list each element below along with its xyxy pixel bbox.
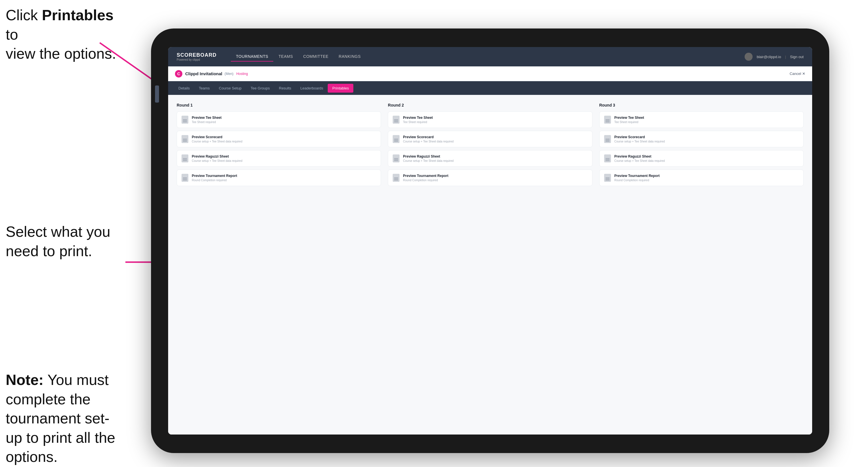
tablet-frame: SCOREBOARD Powered by clippd TOURNAMENTS… <box>151 29 829 453</box>
tee-sheet-info-r1: Preview Tee Sheet Tee Sheet required <box>192 116 376 124</box>
tournament-badge: (Men) <box>224 72 234 76</box>
tee-sheet-icon-r1 <box>182 116 188 124</box>
round-2-section: Round 2 Preview Tee Sheet Tee Sheet requ… <box>388 103 592 189</box>
scorecard-subtitle-r2: Course setup + Tee Sheet data required <box>403 140 587 143</box>
raguzzi-subtitle-r1: Course setup + Tee Sheet data required <box>192 159 376 162</box>
top-navigation: SCOREBOARD Powered by clippd TOURNAMENTS… <box>168 47 812 66</box>
instruction-top-text: Click Printables toview the options. <box>6 7 116 62</box>
nav-links: TOURNAMENTS TEAMS COMMITTEE RANKINGS <box>231 52 745 62</box>
scorecard-title-r2: Preview Scorecard <box>403 135 587 139</box>
raguzzi-title-r2: Preview Raguzzi Sheet <box>403 154 587 158</box>
brand-title: SCOREBOARD <box>177 52 217 58</box>
main-content: Round 1 Preview Tee Sheet Tee Sheet requ… <box>168 95 812 435</box>
rounds-grid: Round 1 Preview Tee Sheet Tee Sheet requ… <box>177 103 804 189</box>
instruction-bottom: Note: You must complete the tournament s… <box>6 370 125 467</box>
round-1-title: Round 1 <box>177 103 381 107</box>
tournament-report-icon-r2 <box>393 174 400 182</box>
raguzzi-title-r1: Preview Raguzzi Sheet <box>192 154 376 158</box>
scorecard-subtitle-r1: Course setup + Tee Sheet data required <box>192 140 376 143</box>
tablet-screen: SCOREBOARD Powered by clippd TOURNAMENTS… <box>168 47 812 435</box>
scorecard-card-r2[interactable]: Preview Scorecard Course setup + Tee She… <box>388 131 592 147</box>
scorecard-title-r3: Preview Scorecard <box>614 135 799 139</box>
sign-out-link[interactable]: Sign out <box>790 55 804 59</box>
tournament-header: C Clippd Invitational (Men) Hosting Canc… <box>168 66 812 81</box>
note-bold: Note: <box>6 372 43 388</box>
tee-sheet-subtitle-r3: Tee Sheet required <box>614 121 799 124</box>
instruction-middle: Select what youneed to print. <box>6 222 110 261</box>
tournament-report-subtitle-r1: Round Completion required <box>192 179 376 182</box>
raguzzi-icon-r1 <box>182 154 188 162</box>
nav-teams[interactable]: TEAMS <box>273 52 298 62</box>
tournament-report-title-r1: Preview Tournament Report <box>192 174 376 178</box>
raguzzi-icon-r3 <box>604 154 611 162</box>
tee-sheet-info-r3: Preview Tee Sheet Tee Sheet required <box>614 116 799 124</box>
raguzzi-icon-r2 <box>393 154 400 162</box>
raguzzi-subtitle-r3: Course setup + Tee Sheet data required <box>614 159 799 162</box>
nav-committee[interactable]: COMMITTEE <box>298 52 334 62</box>
round-3-title: Round 3 <box>599 103 804 107</box>
nav-tournaments[interactable]: TOURNAMENTS <box>231 52 273 62</box>
tournament-name: Clippd Invitational <box>185 71 222 76</box>
tournament-status: Hosting <box>236 72 248 76</box>
tee-sheet-card-r1[interactable]: Preview Tee Sheet Tee Sheet required <box>177 112 381 128</box>
scorecard-subtitle-r3: Course setup + Tee Sheet data required <box>614 140 799 143</box>
round-2-title: Round 2 <box>388 103 592 107</box>
raguzzi-card-r1[interactable]: Preview Raguzzi Sheet Course setup + Tee… <box>177 150 381 167</box>
raguzzi-card-r3[interactable]: Preview Raguzzi Sheet Course setup + Tee… <box>599 150 804 167</box>
scorecard-info-r2: Preview Scorecard Course setup + Tee She… <box>403 135 587 143</box>
scorecard-title-r1: Preview Scorecard <box>192 135 376 139</box>
raguzzi-title-r3: Preview Raguzzi Sheet <box>614 154 799 158</box>
tee-sheet-info-r2: Preview Tee Sheet Tee Sheet required <box>403 116 587 124</box>
tab-results[interactable]: Results <box>274 84 296 93</box>
brand-subtitle: Powered by clippd <box>177 58 217 61</box>
tee-sheet-subtitle-r1: Tee Sheet required <box>192 121 376 124</box>
tab-printables[interactable]: Printables <box>328 84 353 93</box>
raguzzi-info-r2: Preview Raguzzi Sheet Course setup + Tee… <box>403 154 587 162</box>
tournament-report-card-r3[interactable]: Preview Tournament Report Round Completi… <box>599 169 804 186</box>
round-1-section: Round 1 Preview Tee Sheet Tee Sheet requ… <box>177 103 381 189</box>
tee-sheet-title-r1: Preview Tee Sheet <box>192 116 376 120</box>
tee-sheet-icon-r2 <box>393 116 400 124</box>
tournament-report-icon-r3 <box>604 174 611 182</box>
tee-sheet-card-r2[interactable]: Preview Tee Sheet Tee Sheet required <box>388 112 592 128</box>
tournament-report-info-r1: Preview Tournament Report Round Completi… <box>192 174 376 182</box>
tee-sheet-icon-r3 <box>604 116 611 124</box>
scorecard-card-r1[interactable]: Preview Scorecard Course setup + Tee She… <box>177 131 381 147</box>
tee-sheet-card-r3[interactable]: Preview Tee Sheet Tee Sheet required <box>599 112 804 128</box>
tournament-report-title-r2: Preview Tournament Report <box>403 174 587 178</box>
tee-sheet-title-r2: Preview Tee Sheet <box>403 116 587 120</box>
scorecard-icon-r3 <box>604 135 611 143</box>
tab-tee-groups[interactable]: Tee Groups <box>246 84 274 93</box>
raguzzi-info-r3: Preview Raguzzi Sheet Course setup + Tee… <box>614 154 799 162</box>
scorecard-card-r3[interactable]: Preview Scorecard Course setup + Tee She… <box>599 131 804 147</box>
scorecard-icon-r2 <box>393 135 400 143</box>
raguzzi-card-r2[interactable]: Preview Raguzzi Sheet Course setup + Tee… <box>388 150 592 167</box>
instruction-middle-text: Select what youneed to print. <box>6 223 110 259</box>
user-email: blair@clippd.io <box>756 55 781 59</box>
scorecard-info-r3: Preview Scorecard Course setup + Tee She… <box>614 135 799 143</box>
user-avatar <box>745 53 752 61</box>
tournament-report-card-r1[interactable]: Preview Tournament Report Round Completi… <box>177 169 381 186</box>
brand: SCOREBOARD Powered by clippd <box>177 52 217 61</box>
tournament-report-icon-r1 <box>182 174 188 182</box>
tournament-report-subtitle-r2: Round Completion required <box>403 179 587 182</box>
cancel-button[interactable]: Cancel ✕ <box>789 71 805 76</box>
tournament-report-info-r3: Preview Tournament Report Round Completi… <box>614 174 799 182</box>
side-button <box>155 86 159 102</box>
scorecard-info-r1: Preview Scorecard Course setup + Tee She… <box>192 135 376 143</box>
raguzzi-info-r1: Preview Raguzzi Sheet Course setup + Tee… <box>192 154 376 162</box>
tab-course-setup[interactable]: Course Setup <box>214 84 246 93</box>
tournament-report-subtitle-r3: Round Completion required <box>614 179 799 182</box>
tournament-report-info-r2: Preview Tournament Report Round Completi… <box>403 174 587 182</box>
tournament-report-card-r2[interactable]: Preview Tournament Report Round Completi… <box>388 169 592 186</box>
tab-details[interactable]: Details <box>174 84 194 93</box>
tournament-report-title-r3: Preview Tournament Report <box>614 174 799 178</box>
tournament-logo: C <box>175 70 182 77</box>
round-3-section: Round 3 Preview Tee Sheet Tee Sheet requ… <box>599 103 804 189</box>
instruction-top: Click Printables toview the options. <box>6 6 125 64</box>
nav-rankings[interactable]: RANKINGS <box>334 52 366 62</box>
tee-sheet-subtitle-r2: Tee Sheet required <box>403 121 587 124</box>
tab-leaderboards[interactable]: Leaderboards <box>296 84 328 93</box>
tee-sheet-title-r3: Preview Tee Sheet <box>614 116 799 120</box>
tab-teams[interactable]: Teams <box>194 84 214 93</box>
